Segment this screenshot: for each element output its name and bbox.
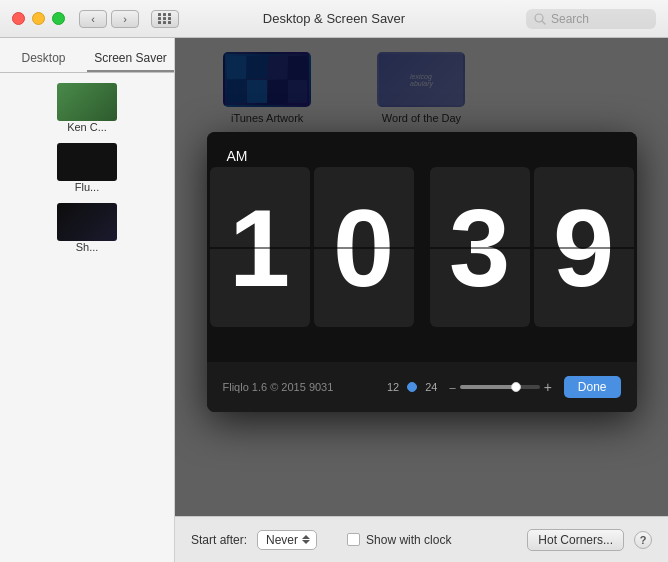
- titlebar: ‹ › Desktop & Screen Saver Search: [0, 0, 668, 38]
- fliqlo-display: AM 1 0 3 9: [207, 132, 637, 362]
- fliqlo-popup: AM 1 0 3 9 Fliqlo 1.6 © 2015: [207, 132, 637, 412]
- thumbnail-sh: [57, 203, 117, 241]
- sidebar-item-label: Flu...: [75, 181, 99, 193]
- traffic-lights: [12, 12, 65, 25]
- sidebar-item-label: Sh...: [76, 241, 99, 253]
- fliqlo-size-slider[interactable]: [460, 385, 540, 389]
- fliqlo-radio-group: [407, 382, 417, 392]
- start-after-select[interactable]: Never: [257, 530, 317, 550]
- thumbnail-flu: [57, 143, 117, 181]
- sidebar: Desktop Screen Saver Ken C... Flu... Sh.…: [0, 38, 175, 562]
- bottom-bar: Start after: Never Show with clock Hot C…: [175, 516, 668, 562]
- svg-line-1: [542, 21, 545, 24]
- fliqlo-slider-area: – +: [450, 379, 552, 395]
- sidebar-tabs: Desktop Screen Saver: [0, 46, 174, 73]
- never-label: Never: [266, 533, 298, 547]
- min-ones: 9: [534, 167, 634, 327]
- fliqlo-time: 1 0 3 9: [210, 167, 634, 327]
- thumbnail-ken: [57, 83, 117, 121]
- fliqlo-am-label: AM: [227, 148, 248, 164]
- forward-button[interactable]: ›: [111, 10, 139, 28]
- fliqlo-plus-label: +: [544, 379, 552, 395]
- desktop-tab[interactable]: Desktop: [0, 46, 87, 72]
- show-clock-label: Show with clock: [366, 533, 451, 547]
- hour-ones: 0: [314, 167, 414, 327]
- fliqlo-radio-12[interactable]: [407, 382, 417, 392]
- done-button[interactable]: Done: [564, 376, 621, 398]
- fliqlo-controls-bar: Fliqlo 1.6 © 2015 9031 12 24 – +: [207, 362, 637, 412]
- help-button[interactable]: ?: [634, 531, 652, 549]
- minimize-button[interactable]: [32, 12, 45, 25]
- minutes-group: 3 9: [430, 167, 634, 327]
- fliqlo-time-controls: 12 24: [387, 381, 438, 393]
- fliqlo-overlay: AM 1 0 3 9 Fliqlo 1.6 © 2015: [175, 38, 668, 516]
- grid-icon: [158, 13, 172, 24]
- search-box[interactable]: Search: [526, 9, 656, 29]
- hours-group: 1 0: [210, 167, 414, 327]
- select-arrows-icon: [302, 535, 310, 544]
- fliqlo-minus-label: –: [450, 381, 456, 393]
- grid-button[interactable]: [151, 10, 179, 28]
- close-button[interactable]: [12, 12, 25, 25]
- list-item[interactable]: Ken C...: [0, 79, 174, 137]
- maximize-button[interactable]: [52, 12, 65, 25]
- main-area: Desktop Screen Saver Ken C... Flu... Sh.…: [0, 38, 668, 562]
- list-item[interactable]: Sh...: [0, 199, 174, 257]
- hot-corners-button[interactable]: Hot Corners...: [527, 529, 624, 551]
- nav-buttons: ‹ ›: [79, 10, 179, 28]
- hour-tens: 1: [210, 167, 310, 327]
- show-clock-area: Show with clock: [347, 533, 451, 547]
- search-icon: [534, 13, 546, 25]
- fliqlo-24h-label: 24: [425, 381, 437, 393]
- list-item[interactable]: Flu...: [0, 139, 174, 197]
- screensaver-tab[interactable]: Screen Saver: [87, 46, 174, 72]
- min-tens: 3: [430, 167, 530, 327]
- show-clock-checkbox[interactable]: [347, 533, 360, 546]
- fliqlo-copyright: Fliqlo 1.6 © 2015 9031: [223, 381, 376, 393]
- sidebar-item-label: Ken C...: [67, 121, 107, 133]
- back-button[interactable]: ‹: [79, 10, 107, 28]
- search-placeholder: Search: [551, 12, 589, 26]
- window-title: Desktop & Screen Saver: [263, 11, 405, 26]
- start-after-label: Start after:: [191, 533, 247, 547]
- content-area: iTunes Artwork lexicogabulary Word of th…: [175, 38, 668, 562]
- fliqlo-12h-label: 12: [387, 381, 399, 393]
- fliqlo-slider-thumb: [511, 382, 521, 392]
